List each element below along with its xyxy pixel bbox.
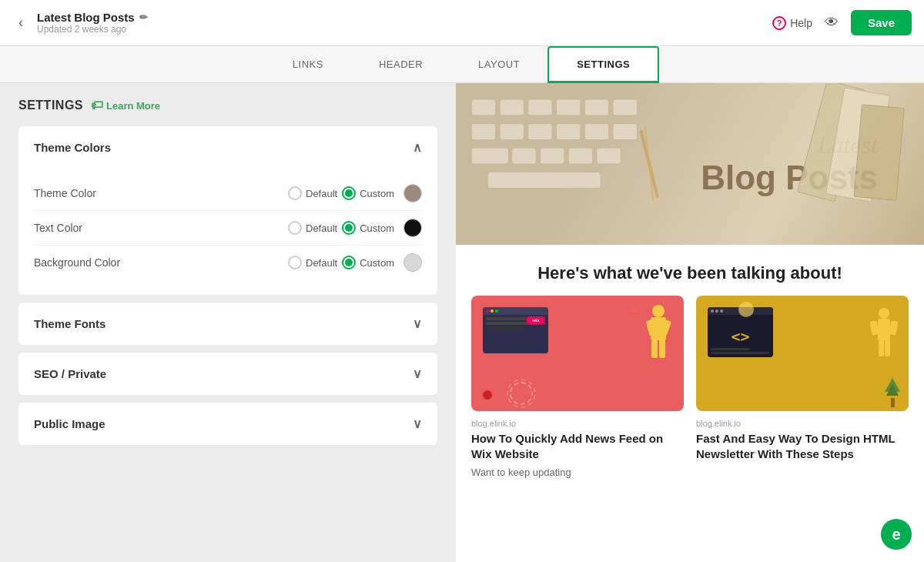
bg-color-custom-label: Custom [360,257,394,269]
bg-color-default-option[interactable]: Default [288,256,337,269]
theme-fonts-section: Theme Fonts ∨ [18,303,437,345]
theme-fonts-title: Theme Fonts [34,317,105,330]
seo-section: SEO / Private ∨ [18,353,437,395]
theme-fonts-toggle[interactable]: Theme Fonts ∨ [18,303,437,345]
svg-rect-8 [528,124,553,140]
svg-rect-0 [471,99,496,115]
wix-person-svg [641,303,676,373]
theme-color-default-label: Default [306,188,337,199]
card-wix-illustration: wix [471,296,684,411]
bg-color-swatch[interactable] [403,253,422,272]
text-color-row: Text Color Default Custom [34,210,422,245]
preview-button[interactable]: 👁 [825,15,839,31]
svg-rect-28 [659,339,665,358]
text-color-swatch[interactable] [403,219,422,237]
theme-color-default-radio[interactable] [288,186,302,200]
svg-rect-16 [597,148,621,164]
svg-rect-10 [584,124,609,140]
text-color-label: Text Color [34,222,82,234]
svg-rect-9 [556,124,581,140]
right-panel: Latest Blog Posts Here's what we've been… [456,83,924,562]
card-wix-source: blog.elink.io [471,419,684,428]
learn-icon: 🏷 [91,99,103,112]
blog-card-wix: wix [471,296,684,480]
blog-card-html: <> [696,296,909,480]
theme-fonts-chevron: ∨ [413,316,422,331]
text-color-default-radio[interactable] [288,221,302,235]
text-color-custom-radio[interactable] [342,221,356,235]
blog-subtitle: Here's what we've been talking about! [456,245,924,296]
top-bar-right: ? Help 👁 Save [772,10,912,35]
seo-toggle[interactable]: SEO / Private ∨ [18,353,437,395]
learn-more-button[interactable]: 🏷 Learn More [91,99,160,112]
svg-rect-34 [885,340,890,356]
svg-point-29 [879,308,889,319]
seo-chevron: ∨ [413,366,422,381]
top-bar-left: ‹ Latest Blog Posts ✏ Updated 2 weeks ag… [12,11,148,35]
svg-rect-27 [651,339,658,358]
seo-title: SEO / Private [34,367,106,380]
svg-rect-33 [879,340,884,356]
svg-rect-6 [471,124,496,140]
theme-color-default-option[interactable]: Default [288,186,337,200]
svg-rect-17 [487,172,601,189]
widget-title: Latest Blog Posts ✏ Updated 2 weeks ago [37,11,148,35]
theme-color-custom-label: Custom [360,188,394,199]
card-wix-title: How To Quickly Add News Feed on Wix Webs… [471,431,684,461]
card-html-illustration: <> [696,296,909,411]
help-button[interactable]: ? Help [772,16,812,30]
public-image-toggle[interactable]: Public Image ∨ [18,403,437,445]
text-color-radio-group: Default Custom [288,221,394,235]
tabs-bar: LINKS HEADER LAYOUT SETTINGS [0,46,924,83]
elink-logo: e [881,519,912,550]
text-color-default-label: Default [306,222,337,234]
html-person-svg [869,307,899,373]
theme-color-label: Theme Color [34,187,96,199]
theme-color-custom-option[interactable]: Custom [342,186,394,200]
svg-rect-30 [878,319,890,340]
card-html-title: Fast And Easy Way To Design HTML Newslet… [696,431,909,461]
widget-updated: Updated 2 weeks ago [37,24,148,35]
svg-rect-35 [891,398,895,407]
preview-content: Latest Blog Posts Here's what we've been… [456,83,924,562]
wix-browser: wix [483,307,548,353]
left-panel: SETTINGS 🏷 Learn More Theme Colors ∧ The… [0,83,456,562]
help-label: Help [790,17,812,29]
svg-rect-7 [500,124,524,140]
svg-line-19 [645,128,654,201]
keyboard-svg [456,83,713,245]
svg-rect-15 [568,148,593,164]
settings-title: SETTINGS [18,99,83,112]
bg-color-custom-radio[interactable] [342,256,356,269]
edit-icon[interactable]: ✏ [139,12,148,23]
svg-rect-14 [540,148,564,164]
tab-links[interactable]: LINKS [265,46,351,83]
tab-layout[interactable]: LAYOUT [450,46,547,83]
back-button[interactable]: ‹ [12,12,29,34]
svg-rect-2 [528,99,553,115]
svg-rect-31 [869,320,879,335]
theme-colors-toggle[interactable]: Theme Colors ∧ [18,126,437,169]
settings-header: SETTINGS 🏷 Learn More [18,99,437,112]
text-color-default-option[interactable]: Default [288,221,337,235]
text-color-custom-option[interactable]: Custom [342,221,394,235]
theme-colors-chevron: ∧ [413,140,422,155]
public-image-chevron: ∨ [413,416,422,431]
bg-color-default-radio[interactable] [288,256,302,269]
svg-point-23 [652,305,665,317]
card-html-image: <> [696,296,909,411]
theme-color-swatch[interactable] [403,184,422,202]
learn-more-label: Learn More [106,100,160,112]
theme-color-radio-group: Default Custom [288,186,394,200]
svg-rect-3 [556,99,581,115]
svg-rect-5 [613,99,638,115]
theme-color-custom-radio[interactable] [342,186,356,200]
main-layout: SETTINGS 🏷 Learn More Theme Colors ∧ The… [0,83,924,562]
bg-color-custom-option[interactable]: Custom [342,256,394,269]
tab-settings[interactable]: SETTINGS [547,46,659,83]
text-color-custom-label: Custom [360,222,394,234]
theme-color-row: Theme Color Default Custom [34,176,422,210]
bg-color-controls: Default Custom [288,253,422,272]
save-button[interactable]: Save [851,10,912,35]
tab-header[interactable]: HEADER [351,46,450,83]
